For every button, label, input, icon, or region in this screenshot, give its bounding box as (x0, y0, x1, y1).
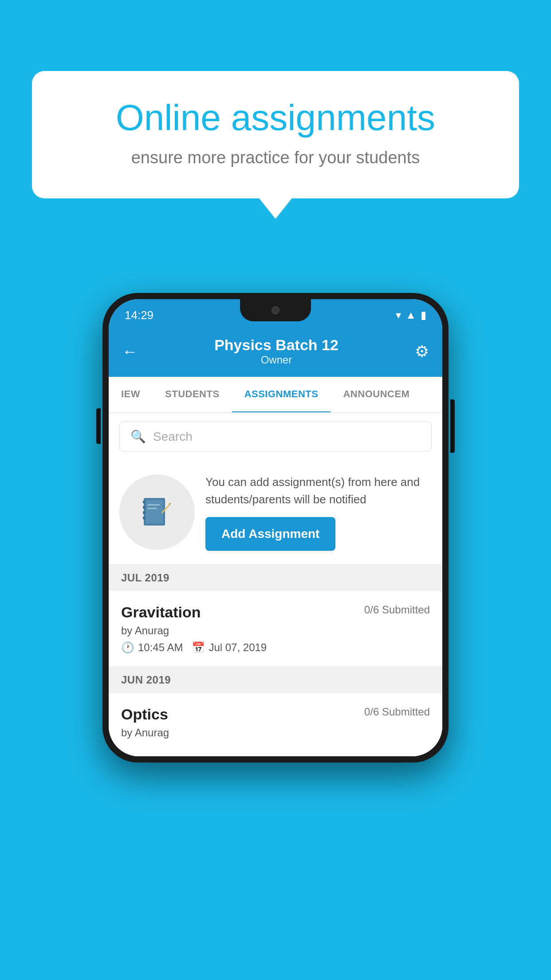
add-assignment-button[interactable]: Add Assignment (205, 517, 335, 551)
assignment-time: 10:45 AM (138, 641, 183, 654)
month-separator-jun: JUN 2019 (109, 667, 442, 693)
promo-text: You can add assignment(s) from here and … (205, 474, 432, 508)
settings-icon[interactable]: ⚙ (415, 342, 429, 361)
svg-rect-4 (143, 511, 146, 514)
speech-bubble-title: Online assignments (63, 98, 488, 138)
search-bar[interactable]: 🔍 Search (119, 422, 432, 451)
assignment-name-optics: Optics (121, 706, 168, 723)
clock-icon: 🕐 (121, 641, 134, 654)
assignment-submitted: 0/6 Submitted (364, 604, 430, 616)
header-subtitle: Owner (138, 354, 415, 366)
promo-icon-circle (119, 474, 195, 550)
assignment-item-optics[interactable]: Optics 0/6 Submitted by Anurag (109, 693, 442, 756)
svg-rect-3 (143, 506, 146, 509)
svg-rect-7 (147, 508, 157, 509)
assignment-submitted-optics: 0/6 Submitted (364, 706, 430, 718)
notebook-icon (139, 494, 175, 530)
svg-rect-1 (146, 500, 163, 524)
svg-rect-6 (147, 504, 160, 506)
back-button[interactable]: ← (122, 342, 138, 361)
app-header: ← Physics Batch 12 Owner ⚙ (109, 328, 442, 377)
status-time: 14:29 (125, 308, 153, 322)
assignment-by-optics: by Anurag (121, 727, 430, 739)
notch (240, 299, 311, 321)
tab-announcements[interactable]: ANNOUNCEM (331, 377, 422, 412)
search-icon: 🔍 (130, 429, 146, 444)
phone-screen: 14:29 ▾ ▲ ▮ ← Physics Batch 12 Owner ⚙ I… (109, 299, 442, 756)
assignment-by: by Anurag (121, 624, 430, 637)
assignment-header-optics: Optics 0/6 Submitted (121, 706, 430, 723)
meta-date: 📅 Jul 07, 2019 (192, 641, 267, 654)
calendar-icon: 📅 (192, 641, 205, 654)
speech-bubble-subtitle: ensure more practice for your students (63, 148, 488, 167)
status-icons: ▾ ▲ ▮ (396, 309, 426, 321)
promo-content: You can add assignment(s) from here and … (205, 474, 432, 551)
month-separator-jul: JUL 2019 (109, 565, 442, 591)
tabs-container: IEW STUDENTS ASSIGNMENTS ANNOUNCEM (109, 377, 442, 413)
header-title-container: Physics Batch 12 Owner (138, 336, 415, 366)
assignment-header: Gravitation 0/6 Submitted (121, 604, 430, 621)
promo-block: You can add assignment(s) from here and … (109, 460, 442, 565)
speech-bubble-container: Online assignments ensure more practice … (32, 71, 519, 198)
tab-iew[interactable]: IEW (109, 377, 153, 412)
phone-wrapper: 14:29 ▾ ▲ ▮ ← Physics Batch 12 Owner ⚙ I… (102, 293, 449, 763)
tab-students[interactable]: STUDENTS (153, 377, 232, 412)
phone-outer: 14:29 ▾ ▲ ▮ ← Physics Batch 12 Owner ⚙ I… (102, 293, 449, 763)
search-placeholder: Search (153, 430, 193, 444)
assignment-meta: 🕐 10:45 AM 📅 Jul 07, 2019 (121, 641, 430, 654)
speech-bubble: Online assignments ensure more practice … (32, 71, 519, 198)
battery-icon: ▮ (421, 309, 426, 321)
svg-rect-5 (143, 517, 146, 519)
tab-assignments[interactable]: ASSIGNMENTS (232, 377, 331, 413)
meta-time: 🕐 10:45 AM (121, 641, 183, 654)
assignment-name: Gravitation (121, 604, 201, 621)
search-container: 🔍 Search (109, 413, 442, 460)
signal-icon: ▲ (405, 309, 416, 321)
camera (272, 306, 279, 314)
assignment-date: Jul 07, 2019 (209, 641, 267, 654)
svg-rect-2 (143, 501, 146, 503)
assignment-item-gravitation[interactable]: Gravitation 0/6 Submitted by Anurag 🕐 10… (109, 591, 442, 667)
wifi-icon: ▾ (396, 309, 401, 321)
header-title: Physics Batch 12 (138, 336, 415, 354)
